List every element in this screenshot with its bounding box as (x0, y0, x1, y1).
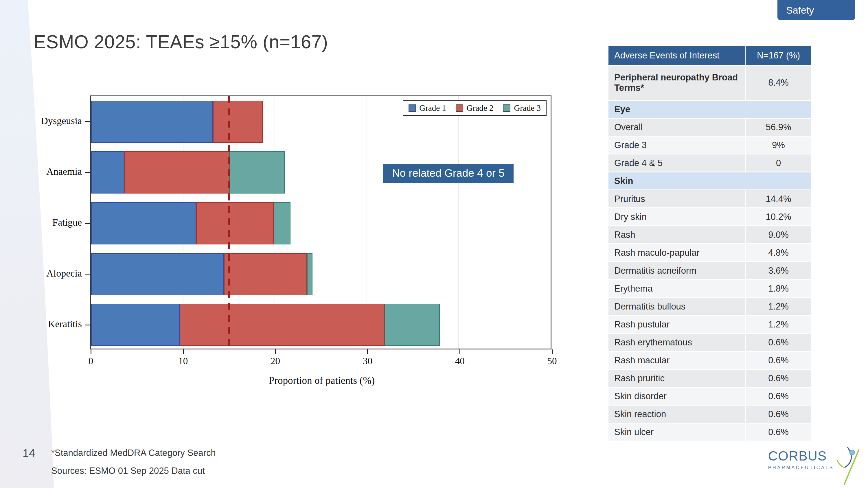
bar-segment-anaemia-grade-2 (124, 151, 229, 194)
slide: Safety ESMO 2025: TEAEs ≥15% (n=167) Dys… (0, 0, 868, 488)
y-tick-dysgeusia (85, 121, 90, 122)
tab-safety[interactable]: Safety (777, 0, 855, 20)
footnote-meddra: *Standardized MedDRA Category Search (51, 448, 216, 458)
table-cell-value: 4.8% (746, 244, 811, 261)
bar-keratitis (91, 304, 440, 346)
table-cell-value: 10.2% (746, 208, 811, 225)
bar-fatigue (91, 202, 290, 245)
legend-item-grade-2: Grade 2 (456, 103, 494, 113)
y-axis-label-dysgeusia: Dysgeusia (0, 116, 82, 126)
table-body: Peripheral neuropathy Broad Terms*8.4%Ey… (609, 66, 811, 441)
y-tick-keratitis (85, 325, 90, 325)
table-cell-value: 1.8% (746, 280, 811, 297)
table-cell-value: 0.6% (746, 334, 811, 351)
table-cell-value: 0 (746, 155, 811, 171)
annotation-no-grade-4-5: No related Grade 4 or 5 (383, 164, 514, 183)
table-cell-label: Rash macular (609, 352, 745, 369)
x-tick-label-20: 20 (271, 356, 280, 366)
y-axis-label-anaemia: Anaemia (0, 166, 82, 177)
chart-legend: Grade 1Grade 2Grade 3 (403, 100, 547, 116)
bar-anaemia (91, 151, 285, 194)
grid-line-40 (458, 96, 459, 349)
table-cell-value: 8.4% (746, 66, 811, 100)
x-tick-mark-40 (460, 350, 460, 354)
logo-text: CORBUS PHARMACEUTICALS (768, 448, 834, 470)
table-cell-value: 9.0% (746, 226, 811, 243)
table-cell-label: Erythema (609, 280, 745, 297)
table-row-dermatitis-bullous: Dermatitis bullous1.2% (609, 298, 811, 315)
table-cell-value: 56.9% (746, 119, 811, 136)
table-cell-value: 14.4% (746, 190, 811, 207)
bar-segment-fatigue-grade-3 (274, 202, 290, 245)
y-tick-anaemia (85, 172, 90, 173)
reference-line-15pct (228, 96, 230, 349)
table-cell-label: Skin ulcer (609, 423, 745, 441)
x-tick-label-10: 10 (178, 356, 188, 366)
bar-dysgeusia (91, 101, 263, 143)
table-cell-label: Peripheral neuropathy Broad Terms* (609, 66, 745, 100)
table-cell-label: Dry skin (609, 208, 745, 225)
table-row-rash-maculo-papular: Rash maculo-papular4.8% (609, 244, 811, 261)
footnote-sources: Sources: ESMO 01 Sep 2025 Data cut (51, 466, 216, 476)
table-header-value: N=167 (%) (746, 46, 811, 65)
x-axis: 01020304050 (90, 350, 553, 368)
y-tick-fatigue (85, 223, 90, 224)
table-row-skin-reaction: Skin reaction0.6% (609, 405, 811, 423)
table-row-skin-disorder: Skin disorder0.6% (609, 388, 811, 405)
logo-figure-icon (836, 447, 860, 485)
bar-segment-alopecia-grade-2 (224, 253, 307, 295)
table-cell-value: 9% (746, 136, 811, 154)
legend-swatch-icon (408, 104, 416, 112)
legend-item-grade-1: Grade 1 (408, 103, 446, 113)
table-cell-value: 0.6% (746, 370, 811, 387)
x-tick-label-50: 50 (548, 356, 557, 366)
y-axis-label-keratitis: Keratitis (0, 319, 82, 329)
x-tick-mark-30 (367, 350, 368, 354)
legend-swatch-icon (503, 104, 510, 112)
corbus-logo: CORBUS PHARMACEUTICALS (768, 448, 860, 485)
table-cell-label: Rash pustular (609, 316, 745, 333)
table-cell-value: 0.6% (746, 352, 811, 369)
table-cell-label: Pruritus (609, 190, 745, 207)
table-cell-label: Dermatitis bullous (609, 298, 745, 315)
x-tick-mark-0 (91, 350, 91, 354)
table-row-skin-ulcer: Skin ulcer0.6% (609, 423, 811, 441)
bar-segment-dysgeusia-grade-2 (213, 101, 263, 143)
table-cell-label: Skin reaction (609, 405, 745, 423)
table-row-erythema: Erythema1.8% (609, 280, 811, 297)
legend-label: Grade 3 (514, 103, 541, 113)
x-tick-label-0: 0 (89, 356, 93, 366)
table-row-dry-skin: Dry skin10.2% (609, 208, 811, 225)
logo-name: CORBUS (768, 448, 834, 464)
bar-segment-keratitis-grade-3 (384, 304, 440, 346)
table-row-overall: Overall56.9% (609, 119, 811, 136)
table-cell-label: Rash pruritic (609, 370, 745, 387)
background-swoosh (0, 0, 64, 488)
legend-label: Grade 1 (419, 103, 446, 113)
legend-swatch-icon (456, 104, 463, 112)
y-tick-alopecia (85, 274, 90, 274)
bar-segment-alopecia-grade-1 (91, 253, 224, 295)
footnotes: *Standardized MedDRA Category Search Sou… (51, 448, 216, 484)
x-tick-label-30: 30 (363, 356, 372, 366)
table-row-pruritus: Pruritus14.4% (609, 190, 811, 207)
table-cell-label: Overall (609, 119, 745, 136)
table-section-eye: Eye (609, 101, 811, 118)
table-cell-label: Rash maculo-papular (609, 244, 745, 261)
bar-segment-fatigue-grade-1 (91, 202, 196, 245)
table-cell-label: Skin disorder (609, 388, 745, 405)
table-cell-value: 1.2% (746, 298, 811, 315)
bar-segment-anaemia-grade-3 (229, 151, 285, 194)
table-row-rash: Rash9.0% (609, 226, 811, 243)
table-cell-label: Dermatitis acneiform (609, 262, 745, 279)
bar-segment-alopecia-grade-3 (307, 253, 312, 295)
table-row-rash-pustular: Rash pustular1.2% (609, 316, 811, 333)
table-row-rash-erythematous: Rash erythematous0.6% (609, 334, 811, 351)
table-header-row: Adverse Events of Interest N=167 (%) (609, 46, 811, 65)
teae-stacked-bar-chart: DysgeusiaAnaemiaFatigueAlopeciaKeratitis… (90, 95, 553, 387)
table-cell-value: 3.6% (746, 262, 811, 279)
page-title: ESMO 2025: TEAEs ≥15% (n=167) (34, 31, 328, 53)
bar-segment-fatigue-grade-2 (196, 202, 274, 245)
y-axis-label-alopecia: Alopecia (0, 268, 82, 279)
table-section-skin: Skin (609, 172, 811, 190)
